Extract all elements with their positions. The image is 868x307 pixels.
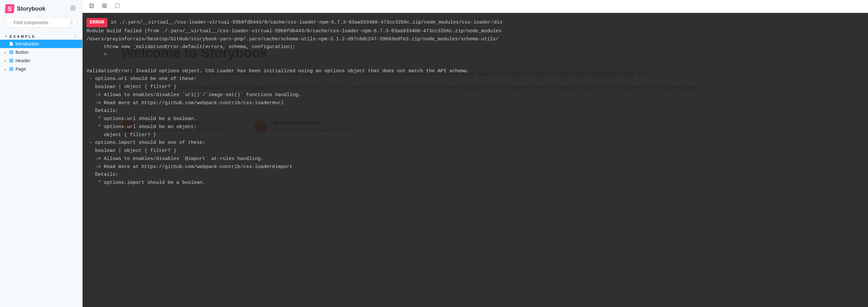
search-wrap: / [0, 18, 82, 32]
error-line: -> Allows to enables/disables `url()`/`i… [86, 92, 301, 98]
error-overlay: ERRORin ./.yarn/__virtual__/css-loader-v… [83, 13, 868, 307]
chevron-right-icon: ▸ [4, 51, 7, 54]
sidebar-item-page[interactable]: ▸ Page [0, 65, 82, 73]
sidebar-item-button[interactable]: ▸ Button [0, 48, 82, 56]
chevron-down-icon: ▾ [5, 34, 8, 38]
svg-rect-9 [10, 61, 11, 62]
main: Welcome to Storybook Storybook helps you… [83, 0, 868, 307]
section-title: EXAMPLE [10, 34, 36, 38]
svg-rect-11 [10, 67, 11, 69]
sidebar-header: S Storybook [0, 0, 82, 18]
svg-rect-13 [10, 69, 11, 71]
search-icon [9, 20, 11, 25]
search-shortcut-badge: / [70, 20, 73, 26]
svg-rect-3 [10, 51, 11, 52]
svg-rect-19 [105, 6, 106, 8]
error-line: ^ [86, 52, 107, 58]
search-box[interactable]: / [5, 18, 77, 28]
svg-point-1 [10, 22, 11, 23]
error-line: - options.import should be one of these: [86, 140, 206, 146]
error-line: -> Read more at https://github.com/webpa… [86, 100, 284, 106]
component-icon [9, 50, 13, 55]
svg-rect-12 [11, 67, 13, 69]
error-badge: ERROR [86, 18, 107, 27]
error-line: * options.url should be a boolean. [86, 116, 197, 122]
sidebar: S Storybook / ▾ EXAMPLE Introduction ▸ [0, 0, 83, 307]
toolbar [83, 0, 868, 13]
error-line: -> Read more at https://github.com/webpa… [86, 164, 292, 170]
svg-line-2 [11, 23, 11, 23]
error-line: - options.url should be one of these: [86, 76, 197, 82]
nav-label: Page [16, 66, 26, 71]
error-line: -> Allows to enables/disables `@import` … [86, 156, 264, 161]
grid-button[interactable] [101, 2, 108, 11]
error-line: in ./.yarn/__virtual__/css-loader-virtua… [111, 20, 502, 25]
error-line: Details: [86, 172, 118, 177]
image-icon [89, 3, 94, 8]
canvas-image-button[interactable] [88, 2, 95, 11]
content-area: Welcome to Storybook Storybook helps you… [83, 13, 868, 307]
storybook-logo-icon: S [5, 4, 14, 13]
brand-name: Storybook [17, 5, 45, 12]
svg-rect-7 [10, 59, 11, 60]
error-line: * options.url should be an object: [86, 124, 197, 130]
error-line: ValidationError: Invalid options object.… [86, 68, 469, 74]
gear-icon [70, 5, 76, 11]
sidebar-item-introduction[interactable]: Introduction [0, 40, 82, 48]
sidebar-item-header[interactable]: ▸ Header [0, 56, 82, 65]
logo[interactable]: S Storybook [5, 4, 45, 13]
svg-rect-14 [11, 69, 13, 71]
svg-point-0 [72, 7, 74, 9]
error-line: /Users/prayinforrain/Desktop/GitHub/stor… [86, 36, 498, 42]
chevron-right-icon: ▸ [4, 59, 7, 63]
svg-rect-4 [11, 51, 13, 52]
component-icon [9, 58, 13, 63]
error-line: boolean | object { filter? } [86, 84, 176, 90]
error-line: object { filter? } [86, 132, 156, 138]
svg-rect-8 [11, 59, 13, 60]
svg-point-16 [91, 4, 91, 5]
error-line: throw new _ValidationError.default(error… [86, 44, 296, 50]
svg-rect-20 [102, 6, 104, 8]
document-icon [9, 41, 13, 46]
svg-rect-17 [102, 4, 104, 5]
component-icon [9, 67, 13, 71]
nav-label: Button [16, 50, 28, 55]
section-header-example[interactable]: ▾ EXAMPLE [0, 32, 82, 40]
error-line: Module build failed (from ./.yarn/__virt… [86, 28, 501, 34]
error-line: Details: [86, 108, 118, 114]
expand-collapse-icon[interactable] [73, 34, 77, 38]
svg-rect-21 [116, 4, 119, 8]
fullscreen-button[interactable] [114, 2, 121, 11]
svg-rect-5 [10, 53, 11, 54]
svg-rect-10 [11, 61, 13, 62]
svg-rect-18 [105, 4, 106, 5]
svg-rect-6 [11, 53, 13, 54]
nav-label: Introduction [16, 41, 39, 47]
settings-button[interactable] [69, 4, 77, 13]
nav-label: Header [16, 58, 30, 63]
fullscreen-icon [115, 3, 120, 8]
search-input[interactable] [14, 20, 70, 25]
chevron-right-icon: ▸ [4, 67, 7, 71]
grid-icon [102, 3, 107, 8]
error-line: * options.import should be a boolean. [86, 180, 206, 185]
error-line: boolean | object { filter? } [86, 148, 176, 154]
